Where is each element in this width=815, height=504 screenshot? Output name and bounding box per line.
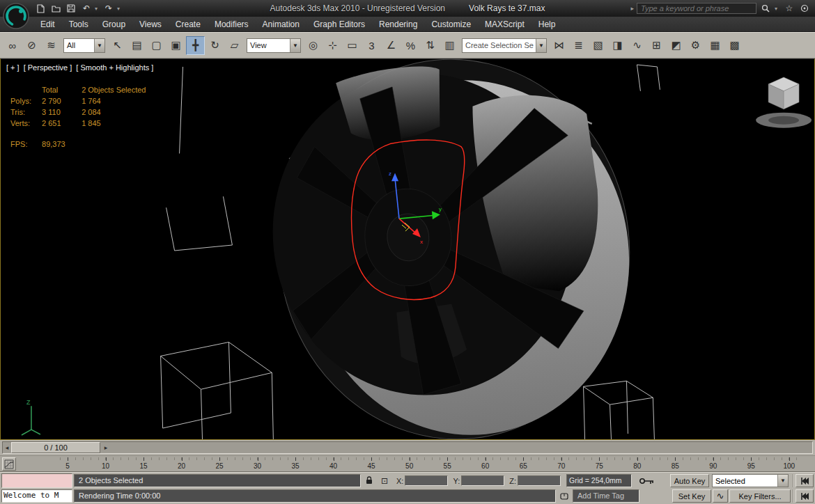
unlink-selection-button[interactable]: ⊘ (22, 36, 41, 55)
tool-icon: ▥ (444, 39, 454, 52)
new-scene-button[interactable] (33, 2, 47, 15)
menu-item[interactable]: Views (132, 17, 169, 32)
time-slider-track[interactable]: ◂ 0 / 100 ▸ (2, 441, 813, 454)
select-and-scale-button[interactable]: ▱ (225, 36, 244, 55)
redo-button[interactable]: ↷ (102, 2, 116, 15)
set-keys-button[interactable] (636, 474, 658, 488)
select-and-link-button[interactable]: ∞ (3, 36, 22, 55)
search-options-dropdown-icon[interactable]: ▾ (775, 6, 780, 12)
percent-snap-toggle-button[interactable]: % (401, 36, 420, 55)
material-editor-button[interactable]: ◩ (667, 36, 685, 55)
undo-dropdown-icon[interactable]: ▾ (95, 6, 100, 12)
keyboard-shortcut-override-button[interactable]: ▭ (343, 36, 362, 55)
menu-item[interactable]: Customize (424, 17, 478, 32)
open-mini-curve-editor-button[interactable] (2, 457, 16, 471)
perspective-viewport[interactable]: z y x Z [ + ] [ Perspective ] (0, 58, 815, 440)
frame-tick-label: 15 (136, 456, 151, 471)
menu-item[interactable]: Rendering (372, 17, 424, 32)
stats-row: Polys: 2 790 1 764 (10, 95, 146, 107)
selection-set-key-dropdown[interactable]: Selected ▼ (712, 474, 789, 487)
chevron-down-icon[interactable]: ▼ (290, 39, 300, 52)
search-button[interactable] (759, 2, 772, 15)
window-crossing-toggle-button[interactable]: ▣ (166, 36, 185, 55)
menu-item[interactable]: Animation (256, 17, 306, 32)
viewport-pov-menu[interactable]: [ Perspective ] (24, 63, 72, 72)
time-slider-thumb[interactable]: 0 / 100 (11, 442, 100, 453)
go-to-end-button[interactable] (795, 489, 814, 503)
mirror-button[interactable]: ⋈ (550, 36, 568, 55)
keyword-search-input[interactable] (637, 3, 756, 14)
menu-item[interactable]: Help (531, 17, 563, 32)
chevron-down-icon[interactable]: ▼ (94, 39, 104, 52)
select-and-manipulate-button[interactable]: ⊹ (323, 36, 342, 55)
curve-editor-button[interactable]: ∿ (628, 36, 646, 55)
application-menu-logo-icon[interactable] (2, 2, 30, 30)
align-button[interactable]: ≣ (569, 36, 588, 55)
selection-filter-dropdown[interactable]: All ▼ (63, 38, 105, 53)
maxscript-mini-listener[interactable]: Welcome to M (1, 489, 72, 503)
render-setup-button[interactable]: ⚙ (686, 36, 705, 55)
auto-key-toggle-button[interactable]: Auto Key (670, 474, 709, 487)
x-coordinate-label: X: (396, 477, 403, 485)
rendered-frame-window-button[interactable]: ▦ (706, 36, 724, 55)
chevron-down-icon[interactable]: ▼ (777, 475, 788, 487)
default-in-out-tangents-button[interactable]: ∿ (713, 489, 728, 503)
menu-item[interactable]: Create (169, 17, 208, 32)
save-file-button[interactable] (64, 2, 78, 15)
menu-item[interactable]: Modifiers (208, 17, 256, 32)
next-frame-button[interactable]: ▸ (102, 442, 110, 453)
favorites-star-button[interactable]: ☆ (783, 2, 795, 15)
key-filters-button[interactable]: Key Filters... (729, 489, 791, 503)
select-and-move-button[interactable]: ╋ (186, 36, 205, 55)
y-coordinate-input[interactable] (461, 475, 504, 486)
angle-snap-toggle-button[interactable]: ∠ (382, 36, 401, 55)
z-coordinate-input[interactable] (518, 475, 561, 486)
stats-header-row: Total 2 Objects Selected (10, 84, 146, 95)
select-by-name-button[interactable]: ▤ (127, 36, 146, 55)
snap-toggle-3d-button[interactable]: 3 (362, 36, 381, 55)
wheel-object[interactable] (256, 59, 649, 439)
spinner-snap-toggle-button[interactable]: ⇅ (421, 36, 440, 55)
3ds-max-window: ↶ ▾ ↷ ▾ Autodesk 3ds Max 2010 - Unregist… (0, 0, 815, 504)
add-time-tag-field[interactable]: Add Time Tag (573, 489, 639, 503)
layer-manager-button[interactable]: ▧ (589, 36, 607, 55)
open-file-button[interactable] (49, 2, 63, 15)
edit-named-selection-sets-button[interactable]: ▥ (440, 36, 459, 55)
main-toolbar: ∞⊘≋ All ▼ ↖▤▢▣ ╋↻▱ View ▼ ◎⊹▭3∠%⇅▥ Creat… (0, 32, 815, 58)
track-bar[interactable]: 5101520253035404550556065707580859095100 (0, 455, 815, 472)
search-expand-icon[interactable]: ▸ (630, 5, 634, 12)
set-key-mode-button[interactable]: Set Key (672, 489, 711, 503)
bind-to-space-warp-button[interactable]: ≋ (42, 36, 61, 55)
redo-dropdown-icon[interactable]: ▾ (117, 6, 123, 12)
viewcube[interactable] (756, 77, 812, 128)
undo-button[interactable]: ↶ (79, 2, 93, 15)
key-icon (639, 476, 655, 486)
communication-center-button[interactable] (798, 2, 811, 15)
absolute-offset-mode-button[interactable]: ⊡ (378, 475, 391, 487)
time-tag-icon-button[interactable] (557, 490, 571, 503)
selection-lock-toggle-button[interactable] (362, 475, 376, 487)
chevron-down-icon[interactable]: ▼ (536, 39, 546, 52)
rectangular-selection-region-button[interactable]: ▢ (147, 36, 166, 55)
named-selection-sets-combo[interactable]: Create Selection Se ▼ (462, 38, 547, 53)
select-and-rotate-button[interactable]: ↻ (205, 36, 224, 55)
frame-tick-label: 75 (591, 456, 607, 471)
viewport-shading-menu[interactable]: [ Smooth + Highlights ] (76, 63, 153, 72)
previous-frame-button[interactable]: ◂ (3, 442, 11, 453)
menu-item[interactable]: MAXScript (478, 17, 531, 32)
schematic-view-button[interactable]: ⊞ (647, 36, 666, 55)
menu-item[interactable]: Group (95, 17, 132, 32)
reference-coordinate-system-dropdown[interactable]: View ▼ (247, 38, 301, 53)
selection-filter-value: All (64, 41, 94, 49)
render-production-button[interactable]: ▩ (725, 36, 744, 55)
menu-item[interactable]: Graph Editors (306, 17, 372, 32)
graphite-modeling-tools-button[interactable]: ◨ (608, 36, 627, 55)
menu-item[interactable]: Edit (33, 17, 62, 32)
select-object-button[interactable]: ↖ (108, 36, 127, 55)
viewport-general-menu[interactable]: [ + ] (6, 63, 20, 72)
menu-item[interactable]: Tools (62, 17, 95, 32)
x-coordinate-input[interactable] (405, 475, 448, 486)
go-to-start-button[interactable] (795, 474, 814, 487)
use-pivot-point-center-button[interactable]: ◎ (304, 36, 323, 55)
maxscript-macro-recorder[interactable] (1, 473, 72, 488)
